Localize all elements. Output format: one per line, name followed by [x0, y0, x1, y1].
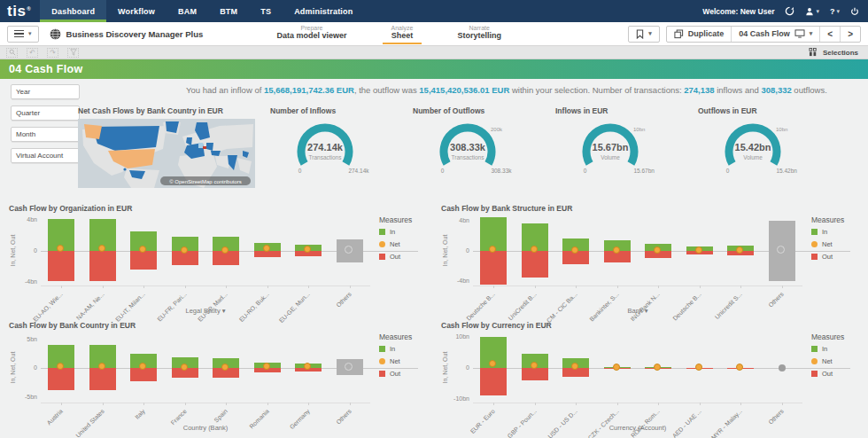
smart-search-icon[interactable] [6, 48, 18, 58]
nav-tab-administration[interactable]: Administration [283, 0, 364, 22]
legend-item-in[interactable]: In [811, 228, 844, 236]
bar-out[interactable] [480, 251, 507, 285]
category-label[interactable]: RON - Rom... [613, 408, 661, 438]
x-tick [493, 403, 494, 405]
category-label[interactable]: Italy [98, 408, 146, 438]
legend-item-out[interactable]: Out [811, 370, 844, 378]
nav-tab-bam[interactable]: BAM [167, 0, 208, 22]
legend-item-out[interactable]: Out [379, 253, 412, 261]
mode-sheet[interactable]: AnalyzeSheet [383, 23, 422, 44]
filter-month[interactable]: Month [11, 127, 80, 142]
chart-cash-flow-by-organization-in-eur[interactable]: Cash Flow by Organization in EUR4bn0-4bn… [7, 204, 425, 317]
kpi-number-of-outflows[interactable]: Number of Outflows308.33kTransactions030… [413, 106, 553, 189]
bar-out[interactable] [48, 368, 74, 390]
kpi-inflows-in-eur[interactable]: Inflows in EUR15.67bnVolume015.67bn10bn [555, 106, 695, 189]
chart-cash-flow-by-bank-country-in-eur[interactable]: Cash Flow by Bank Country in EUR5bn0-5bn… [7, 321, 425, 434]
legend-item-net[interactable]: Net [811, 357, 844, 365]
net-dot[interactable] [181, 364, 188, 371]
legend-item-in[interactable]: In [379, 228, 412, 236]
net-dot[interactable] [531, 362, 538, 369]
legend-item-in[interactable]: In [811, 345, 844, 353]
help-menu[interactable]: ? ▾ [830, 7, 840, 16]
filter-quarter[interactable]: Quarter [11, 106, 80, 121]
category-label[interactable]: Others [736, 408, 784, 438]
nav-tab-dashboard[interactable]: Dashboard [40, 0, 106, 22]
clear-selections-icon[interactable] [67, 48, 79, 58]
legend-label: Out [390, 370, 400, 378]
duplicate-button[interactable]: Duplicate [667, 27, 732, 42]
mode-storytelling[interactable]: NarrateStorytelling [448, 23, 510, 44]
category-label[interactable]: Spain [181, 408, 229, 438]
x-axis-label[interactable]: Legal Entity ▾ [41, 307, 370, 315]
prev-sheet-button[interactable]: < [819, 27, 840, 42]
bar-out[interactable] [89, 251, 116, 281]
net-dot[interactable] [736, 364, 743, 371]
category-label[interactable]: AED - UAE ... [654, 408, 701, 438]
nav-tab-workflow[interactable]: Workflow [106, 0, 167, 22]
legend-item-net[interactable]: Net [379, 357, 412, 365]
net-dot[interactable] [654, 246, 661, 254]
net-dot[interactable] [695, 246, 702, 254]
category-label[interactable]: CZK - Czech... [571, 408, 619, 438]
category-label[interactable]: Austria [16, 408, 64, 438]
chart-cash-flow-by-currency-in-eur[interactable]: Cash Flow by Currency in EUR10bn0-10bnIn… [439, 321, 857, 434]
legend-item-in[interactable]: In [379, 345, 412, 353]
bar-out[interactable] [522, 368, 548, 380]
bar-out[interactable] [89, 368, 116, 390]
filter-virtual-account[interactable]: Virtual Account [11, 148, 80, 163]
kpi-outflows-in-eur[interactable]: Outflows in EUR15.42bnVolume015.42bn10bn [698, 106, 838, 189]
sheet-selector[interactable]: 04 Cash Flow ▾ [731, 27, 819, 42]
world-map[interactable]: © OpenStreetMap contributors [78, 119, 255, 188]
selections-toggle[interactable]: Selections [809, 48, 862, 57]
legend-item-net[interactable]: Net [811, 240, 844, 248]
bookmark-button[interactable]: ▾ [629, 27, 659, 42]
x-axis-label[interactable]: Bank ▾ [473, 307, 802, 315]
net-dot[interactable] [98, 363, 105, 370]
category-label[interactable]: Romania [221, 408, 269, 438]
chart-cash-flow-by-bank-structure-in-eur[interactable]: Cash Flow by Bank Structure in EUR4bn0-4… [439, 204, 857, 317]
net-dot[interactable] [736, 246, 743, 254]
logout-button[interactable] [850, 7, 859, 16]
category-label[interactable]: France [139, 408, 187, 438]
category-label[interactable]: MYR - Malay... [695, 408, 743, 438]
net-dot[interactable] [613, 364, 620, 371]
net-dot[interactable] [263, 363, 270, 370]
category-label[interactable]: Germany [263, 408, 311, 438]
nav-tab-btm[interactable]: BTM [208, 0, 249, 22]
global-menu-button[interactable]: ▾ [7, 26, 39, 43]
undo-icon[interactable]: ↶ [27, 48, 38, 58]
net-dot[interactable] [181, 246, 188, 254]
bar-out[interactable] [130, 251, 157, 270]
category-label[interactable]: Others [304, 408, 352, 438]
refresh-icon[interactable] [785, 6, 794, 16]
others-net-marker[interactable] [779, 364, 786, 372]
bar-out[interactable] [480, 368, 507, 395]
net-dot[interactable] [654, 364, 661, 371]
net-dot[interactable] [531, 246, 538, 253]
user-menu[interactable]: ▾ [805, 7, 819, 16]
legend-item-out[interactable]: Out [811, 253, 844, 261]
filter-year[interactable]: Year [11, 84, 80, 99]
map-country-germany [198, 143, 203, 148]
mode-data-model-viewer[interactable]: PrepareData model viewer [268, 23, 356, 44]
legend-item-net[interactable]: Net [379, 240, 412, 248]
category-label[interactable]: United States [57, 408, 105, 438]
net-dot[interactable] [695, 364, 702, 371]
app-identity[interactable]: Business Discovery Manager Plus [50, 28, 204, 40]
bar-out[interactable] [254, 251, 281, 257]
net-dot[interactable] [571, 363, 578, 370]
bar-out[interactable] [522, 251, 548, 278]
category-label[interactable]: GBP - Poun... [489, 408, 537, 438]
category-label[interactable]: USD - US D... [531, 408, 578, 438]
net-dot[interactable] [263, 245, 270, 252]
bar-out[interactable] [48, 251, 74, 281]
legend-item-out[interactable]: Out [379, 370, 412, 378]
category-label[interactable]: EUR - Euro [448, 408, 496, 438]
next-sheet-button[interactable]: > [840, 27, 860, 42]
net-dot[interactable] [57, 363, 64, 370]
nav-tab-ts[interactable]: TS [249, 0, 283, 22]
net-dot[interactable] [98, 245, 105, 252]
kpi-number-of-inflows[interactable]: Number of Inflows274.14kTransactions0274… [270, 106, 410, 189]
redo-icon[interactable]: ↷ [47, 48, 58, 58]
bar-out[interactable] [130, 368, 157, 381]
